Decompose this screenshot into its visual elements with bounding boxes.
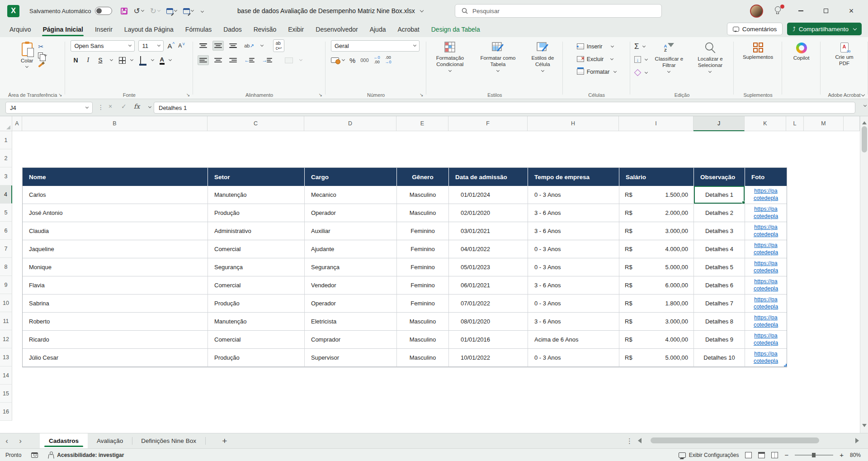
photo-link[interactable]: https://pa bbox=[754, 296, 777, 304]
chevron-down-icon[interactable] bbox=[260, 43, 264, 47]
photo-link[interactable]: https://pa bbox=[754, 206, 777, 213]
font-name-select[interactable]: Open Sans bbox=[71, 40, 135, 52]
fill-button[interactable]: ↓ bbox=[634, 54, 647, 65]
cell-tempo[interactable]: 3 - 6 Anos bbox=[528, 204, 619, 222]
cell-cargo[interactable]: Vendedor bbox=[305, 276, 397, 295]
row-header-5[interactable]: 5 bbox=[0, 204, 12, 222]
cell-obs[interactable]: Detalhes 9 bbox=[694, 331, 745, 349]
column-header-C[interactable]: C bbox=[208, 116, 304, 131]
cell-tempo[interactable]: 0 - 3 Anos bbox=[528, 186, 619, 204]
photo-link[interactable]: https://pa bbox=[754, 260, 777, 267]
chevron-down-icon[interactable] bbox=[169, 58, 172, 61]
grid-canvas[interactable]: NomeSetorCargoGêneroData de admissãoTemp… bbox=[12, 131, 860, 433]
format-painter-button[interactable] bbox=[38, 61, 47, 67]
table-header-setor[interactable]: Setor bbox=[208, 168, 305, 186]
cell-nome[interactable]: Monique bbox=[23, 258, 208, 276]
next-sheet-icon[interactable]: › bbox=[14, 433, 27, 448]
table-header-observação[interactable]: Observação bbox=[694, 168, 745, 186]
cell-nome[interactable]: Claudia bbox=[23, 222, 208, 240]
clear-button[interactable] bbox=[634, 67, 647, 78]
fill-color-button[interactable] bbox=[139, 57, 146, 64]
dialog-launcher-icon[interactable]: ↘ bbox=[186, 93, 190, 97]
merge-center-button[interactable] bbox=[283, 56, 295, 65]
cell-cargo[interactable]: Operador bbox=[305, 295, 397, 313]
paste-button[interactable]: Colar bbox=[19, 42, 35, 68]
row-header-6[interactable]: 6 bbox=[0, 222, 12, 240]
cell-foto-link[interactable]: https://pacotedepla bbox=[745, 313, 787, 331]
align-top-button[interactable] bbox=[198, 41, 209, 51]
sheet-tab-cadastros[interactable]: Cadastros bbox=[40, 433, 88, 448]
dialog-launcher-icon[interactable]: ↘ bbox=[319, 93, 322, 97]
active-cell-J4[interactable]: Detalhes 1 bbox=[694, 186, 745, 204]
cell-tempo[interactable]: 0 - 3 Anos bbox=[528, 295, 619, 313]
search-input[interactable]: Pesquisar bbox=[455, 4, 662, 18]
cell-salario[interactable]: R$1.500,00 bbox=[619, 186, 694, 204]
cell-admissao[interactable]: 05/01/2023 bbox=[449, 258, 528, 276]
decrease-decimal-button[interactable]: .00→0 bbox=[385, 56, 392, 65]
cell-cargo[interactable]: Operador bbox=[305, 204, 397, 222]
table-resize-handle[interactable] bbox=[784, 364, 787, 366]
cell-nome[interactable]: Ricardo bbox=[23, 331, 208, 349]
customize-qat-button[interactable] bbox=[198, 8, 206, 14]
row-header-2[interactable]: 2 bbox=[0, 149, 12, 167]
ribbon-tab-página-inicial[interactable]: Página Inicial bbox=[37, 22, 89, 37]
ribbon-tab-desenvolvedor[interactable]: Desenvolvedor bbox=[310, 22, 363, 37]
scroll-down-icon[interactable] bbox=[862, 424, 867, 429]
column-header-K[interactable]: K bbox=[745, 116, 786, 131]
cell-cargo[interactable]: Ajudante bbox=[305, 240, 397, 258]
ribbon-tab-layout-da-página[interactable]: Layout da Página bbox=[118, 22, 179, 37]
row-header-8[interactable]: 8 bbox=[0, 258, 12, 276]
cell-admissao[interactable]: 02/01/2020 bbox=[449, 204, 528, 222]
photo-link[interactable]: cotedepla bbox=[754, 267, 778, 275]
zoom-out-button[interactable]: − bbox=[784, 451, 788, 459]
name-box-resize-handle[interactable]: ⋮ bbox=[98, 104, 104, 111]
comments-button[interactable]: Comentários bbox=[727, 23, 783, 35]
decrease-font-button[interactable]: A˅ bbox=[178, 43, 185, 49]
row-header-13[interactable]: 13 bbox=[0, 348, 12, 366]
photo-link[interactable]: cotedepla bbox=[754, 322, 778, 329]
row-header-7[interactable]: 7 bbox=[0, 240, 12, 258]
document-title[interactable]: base de dados Avaliação de Desempenho Ma… bbox=[237, 7, 423, 14]
cell-foto-link[interactable]: https://pacotedepla bbox=[745, 258, 787, 276]
cell-obs[interactable]: Detalhes 3 bbox=[694, 222, 745, 240]
cell-setor[interactable]: Manutenção bbox=[208, 186, 305, 204]
excel-logo-icon[interactable]: X bbox=[7, 5, 19, 17]
cell-admissao[interactable]: 10/01/2022 bbox=[449, 349, 528, 367]
cell-setor[interactable]: Produção bbox=[208, 204, 305, 222]
autosave-toggle[interactable] bbox=[95, 7, 112, 15]
cell-setor[interactable]: Produção bbox=[208, 349, 305, 367]
scroll-right-icon[interactable] bbox=[855, 438, 862, 443]
accounting-format-button[interactable] bbox=[331, 57, 339, 63]
cell-tempo[interactable]: 3 - 6 Anos bbox=[528, 276, 619, 295]
chevron-down-icon[interactable] bbox=[299, 58, 302, 61]
photo-link[interactable]: https://pa bbox=[754, 224, 777, 231]
formula-input[interactable]: Detalhes 1 bbox=[154, 102, 855, 114]
increase-font-button[interactable]: A^ bbox=[167, 42, 175, 50]
orientation-button[interactable]: ab↗ bbox=[242, 41, 255, 51]
cell-foto-link[interactable]: https://pacotedepla bbox=[745, 222, 787, 240]
ribbon-tab-exibir[interactable]: Exibir bbox=[282, 22, 310, 37]
cell-setor[interactable]: Comercial bbox=[208, 240, 305, 258]
scroll-left-icon[interactable] bbox=[635, 438, 642, 443]
cut-button[interactable]: ✂ bbox=[38, 43, 47, 50]
column-header-A[interactable]: A bbox=[12, 116, 22, 131]
increase-decimal-button[interactable]: ←0.00 bbox=[374, 56, 380, 65]
row-header-9[interactable]: 9 bbox=[0, 276, 12, 294]
borders-button[interactable] bbox=[119, 57, 126, 64]
display-settings-button[interactable]: Exibir Configurações bbox=[679, 452, 739, 458]
cell-genero[interactable]: Masculino bbox=[397, 349, 449, 367]
cell-nome[interactable]: Roberto bbox=[23, 313, 208, 331]
cell-nome[interactable]: Jaqueline bbox=[23, 240, 208, 258]
cell-obs[interactable]: Detalhes 5 bbox=[694, 258, 745, 276]
cell-setor[interactable]: Produção bbox=[208, 295, 305, 313]
cell-salario[interactable]: R$3.000,00 bbox=[619, 222, 694, 240]
cell-tempo[interactable]: Acima de 6 Anos bbox=[528, 331, 619, 349]
underline-button[interactable]: S bbox=[95, 56, 105, 65]
fill-handle[interactable] bbox=[742, 201, 745, 204]
ribbon-tab-acrobat[interactable]: Acrobat bbox=[392, 22, 425, 37]
table-header-cargo[interactable]: Cargo bbox=[305, 168, 397, 186]
cell-nome[interactable]: Sabrina bbox=[23, 295, 208, 313]
macro-record-icon[interactable] bbox=[31, 452, 38, 458]
horizontal-scrollbar[interactable] bbox=[635, 437, 862, 445]
cell-setor[interactable]: Segurança bbox=[208, 258, 305, 276]
